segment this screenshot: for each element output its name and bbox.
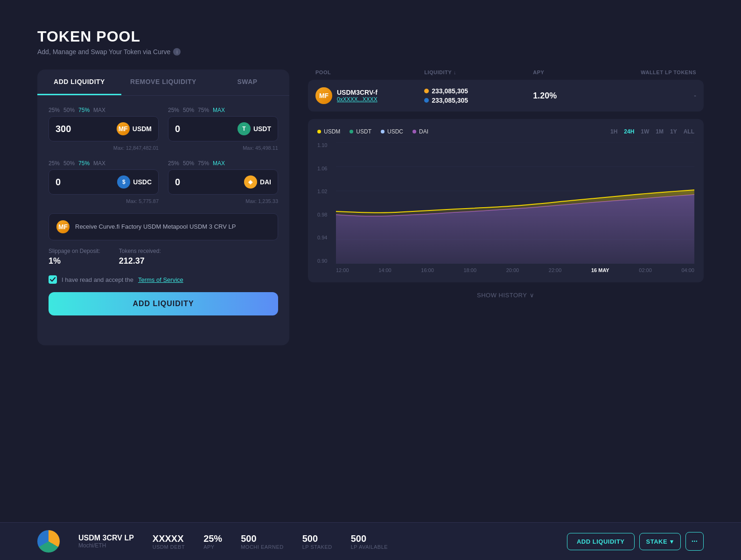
- pool-logo: [37, 530, 60, 553]
- usdt-pct-75[interactable]: 75%: [198, 107, 209, 113]
- usdc-pct-max[interactable]: MAX: [93, 160, 105, 167]
- mochi-earned-label: MOCHI EARNED: [241, 544, 284, 550]
- usdt-label: USDT: [253, 125, 271, 133]
- liquidity-cell: 233,085,305 233,085,305: [424, 87, 533, 104]
- bottom-add-liquidity-button[interactable]: ADD LIQUIDITY: [567, 533, 635, 550]
- usdt-pct-max[interactable]: MAX: [213, 107, 225, 113]
- legend-dai[interactable]: DAI: [412, 128, 428, 135]
- usdt-pct-50[interactable]: 50%: [183, 107, 194, 113]
- usdc-label: USDC: [133, 178, 152, 186]
- legend-dot-usdt: [350, 130, 353, 133]
- tf-1y[interactable]: 1Y: [670, 128, 677, 135]
- bottom-stat-mochi: 500 MOCHI EARNED: [241, 533, 284, 550]
- usdc-pct-75[interactable]: 75%: [78, 160, 90, 167]
- bottom-stat-lp-available: 500 LP AVAILABLE: [351, 533, 388, 550]
- y-label-1: 1.06: [317, 166, 333, 171]
- y-axis: 1.10 1.06 1.02 0.98 0.94 0.90: [317, 142, 336, 273]
- tf-all[interactable]: ALL: [684, 128, 694, 135]
- usdc-input-group: 25% 50% 75% MAX 0 $ USDC Max: 5: [49, 160, 159, 204]
- right-panel: POOL LIQUIDITY ↓ APY WALLET LP TOKENS MF…: [308, 70, 704, 345]
- usdt-icon: T: [238, 122, 251, 135]
- legend-dot-dai: [412, 130, 416, 133]
- lp-staked-label: LP STAKED: [302, 544, 332, 550]
- header-liquidity[interactable]: LIQUIDITY ↓: [424, 70, 533, 75]
- usdm-debt-label: USDM DEBT: [153, 544, 185, 550]
- dai-icon: ◈: [244, 175, 257, 189]
- slippage-label: Slippage on Deposit:: [49, 248, 100, 254]
- pool-table-header: POOL LIQUIDITY ↓ APY WALLET LP TOKENS: [308, 70, 704, 80]
- usdt-input-box[interactable]: 0 T USDT: [168, 116, 278, 141]
- usdc-input-box[interactable]: 0 $ USDC: [49, 169, 159, 195]
- y-label-5: 0.90: [317, 258, 333, 264]
- slippage-row: Slippage on Deposit: 1% Tokens received:…: [49, 248, 278, 266]
- tf-24h[interactable]: 24H: [624, 128, 634, 135]
- legend-dot-usdc: [381, 130, 384, 133]
- usdm-input-group: 25% 50% 75% MAX 300 MF USDM Max: [49, 107, 159, 151]
- usdc-pct-25[interactable]: 25%: [49, 160, 60, 167]
- x-axis: 12:00 14:00 16:00 18:00 20:00 22:00 16 M…: [336, 264, 694, 273]
- header-wallet-lp: WALLET LP TOKENS: [587, 70, 696, 75]
- show-history[interactable]: SHOW HISTORY ∨: [308, 282, 704, 345]
- lp-available-value: 500: [351, 533, 388, 544]
- apy-cell: 1.20%: [533, 91, 587, 101]
- tab-remove-liquidity[interactable]: REMOVE LIQUIDITY: [121, 70, 205, 95]
- add-liquidity-button[interactable]: ADD LIQUIDITY: [49, 292, 278, 315]
- dai-pct-50[interactable]: 50%: [183, 160, 194, 167]
- dai-pct-max[interactable]: MAX: [213, 160, 225, 167]
- tos-checkbox[interactable]: [49, 275, 57, 284]
- x-label-6: 16 MAY: [591, 267, 609, 273]
- usdm-label: USDM: [133, 125, 152, 133]
- wallet-lp-cell: -: [587, 92, 696, 99]
- usdm-icon: MF: [117, 122, 130, 135]
- usdm-input-box[interactable]: 300 MF USDM: [49, 116, 159, 141]
- usdt-pct-25[interactable]: 25%: [168, 107, 179, 113]
- usdm-max: Max: 12,847,482.01: [49, 145, 159, 151]
- dai-input-box[interactable]: 0 ◈ DAI: [168, 169, 278, 195]
- bottom-actions: ADD LIQUIDITY STAKE ▾ ···: [567, 532, 704, 551]
- usdm-amount: 300: [56, 124, 112, 134]
- dai-max: Max: 1,235.33: [168, 198, 278, 204]
- page-title: TOKEN POOL: [37, 28, 704, 45]
- info-icon[interactable]: i: [173, 48, 181, 56]
- dai-pct-75[interactable]: 75%: [198, 160, 209, 167]
- liq-value-1: 233,085,305: [432, 87, 468, 95]
- usdc-pct-50[interactable]: 50%: [63, 160, 75, 167]
- legend-usdc[interactable]: USDC: [381, 128, 403, 135]
- receive-box: MF Receive Curve.fi Factory USDM Metapoo…: [49, 213, 278, 240]
- pool-address[interactable]: 0xXXXX...XXXX: [337, 96, 377, 103]
- usdm-pct-50[interactable]: 50%: [63, 107, 75, 113]
- x-label-1: 14:00: [378, 267, 391, 273]
- usdt-input-group: 25% 50% 75% MAX 0 T USDT Max: 4: [168, 107, 278, 151]
- y-label-3: 0.98: [317, 212, 333, 217]
- x-label-8: 04:00: [681, 267, 694, 273]
- usdc-max: Max: 5,775.87: [49, 198, 159, 204]
- bottom-more-button[interactable]: ···: [685, 532, 704, 551]
- dai-label: DAI: [260, 178, 271, 186]
- tos-link[interactable]: Terms of Service: [138, 276, 183, 283]
- x-label-0: 12:00: [336, 267, 349, 273]
- pool-name-cell: MF USDM3CRV-f 0xXXXX...XXXX: [315, 87, 424, 104]
- pool-icon: MF: [315, 87, 332, 104]
- tf-1m[interactable]: 1M: [656, 128, 664, 135]
- chevron-down-icon: ∨: [530, 292, 535, 299]
- usdc-amount: 0: [56, 177, 112, 188]
- usdm-pct-25[interactable]: 25%: [49, 107, 60, 113]
- y-label-0: 1.10: [317, 142, 333, 148]
- stake-chevron-icon: ▾: [670, 538, 674, 545]
- usdm-pct-75[interactable]: 75%: [78, 107, 90, 113]
- tf-1w[interactable]: 1W: [641, 128, 649, 135]
- legend-usdm[interactable]: USDM: [317, 128, 340, 135]
- tf-1h[interactable]: 1H: [610, 128, 617, 135]
- mochi-earned-value: 500: [241, 533, 284, 544]
- bottom-pool-info: USDM 3CRV LP Mochi/ETH: [78, 534, 134, 549]
- legend-usdt[interactable]: USDT: [350, 128, 371, 135]
- chart-svg: [336, 142, 694, 264]
- apy-value: 25%: [203, 533, 222, 544]
- receive-icon: MF: [56, 220, 70, 233]
- dai-pct-25[interactable]: 25%: [168, 160, 179, 167]
- tokens-received-value: 212.37: [119, 256, 161, 266]
- bottom-stake-button[interactable]: STAKE ▾: [639, 533, 681, 550]
- usdm-pct-max[interactable]: MAX: [93, 107, 105, 113]
- tab-swap[interactable]: SWAP: [205, 70, 289, 95]
- tab-add-liquidity[interactable]: ADD LIQUIDITY: [37, 70, 121, 95]
